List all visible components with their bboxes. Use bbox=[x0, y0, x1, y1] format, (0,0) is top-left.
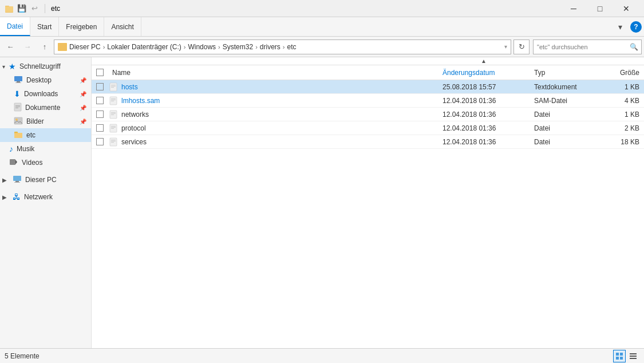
bilder-pin: 📌 bbox=[80, 119, 86, 125]
row-checkbox-services[interactable] bbox=[92, 138, 108, 145]
item-count: 5 Elemente bbox=[5, 352, 39, 360]
sidebar-item-videos[interactable]: Musik Videos bbox=[0, 156, 91, 169]
view-controls bbox=[613, 350, 639, 362]
sidebar-etc-label: etc bbox=[26, 131, 35, 139]
schnellzugriff-label: Schnellzugriff bbox=[19, 62, 61, 70]
sidebar-bilder-label: Bilder bbox=[26, 117, 44, 125]
close-button[interactable]: ✕ bbox=[613, 0, 639, 17]
sidebar-musik-label: Musik bbox=[17, 145, 34, 153]
svg-rect-33 bbox=[111, 126, 116, 127]
sidebar-item-dokumente[interactable]: Dokumente 📌 bbox=[0, 101, 91, 115]
search-input[interactable] bbox=[534, 40, 626, 54]
svg-rect-37 bbox=[111, 140, 116, 140]
tile-view-button[interactable] bbox=[613, 350, 626, 362]
col-name-header[interactable]: Name bbox=[108, 69, 438, 77]
sidebar-item-bilder[interactable]: Bilder 📌 bbox=[0, 115, 91, 128]
file-type-networks: Datei bbox=[530, 111, 598, 119]
tab-datei[interactable]: Datei bbox=[0, 17, 30, 36]
dokumente-pin: 📌 bbox=[80, 105, 86, 111]
tab-ansicht[interactable]: Ansicht bbox=[104, 17, 141, 36]
select-all-checkbox[interactable] bbox=[96, 69, 104, 76]
svg-point-11 bbox=[15, 119, 18, 121]
downloads-icon: ⬇ bbox=[14, 89, 21, 98]
bilder-icon bbox=[14, 117, 23, 127]
col-type-header[interactable]: Typ bbox=[530, 69, 598, 77]
file-type-hosts: Textdokument bbox=[530, 83, 598, 91]
svg-rect-7 bbox=[15, 105, 20, 106]
checkbox-services[interactable] bbox=[96, 138, 104, 145]
svg-rect-17 bbox=[13, 176, 21, 181]
file-row-hosts[interactable]: hosts 25.08.2018 15:57 Textdokument 1 KB bbox=[92, 80, 644, 94]
sidebar-item-dieser-pc[interactable]: ▶ Dieser PC bbox=[0, 173, 91, 187]
tab-freigeben[interactable]: Freigeben bbox=[59, 17, 104, 36]
list-view-button[interactable] bbox=[627, 350, 639, 362]
sidebar-section-schnellzugriff[interactable]: ▾ ★ Schnellzugriff bbox=[0, 60, 91, 73]
sidebar-item-netzwerk[interactable]: ▶ 🖧 Netzwerk bbox=[0, 190, 91, 204]
svg-rect-40 bbox=[616, 353, 619, 356]
videos-icon bbox=[9, 158, 18, 168]
status-bar: 5 Elemente bbox=[0, 348, 644, 363]
checkbox-lmhosts[interactable] bbox=[96, 97, 104, 104]
col-date-header[interactable]: Änderungsdatum bbox=[438, 69, 530, 77]
file-size-protocol: 2 KB bbox=[598, 124, 644, 132]
file-date-hosts: 25.08.2018 15:57 bbox=[438, 83, 530, 91]
file-size-lmhosts: 4 KB bbox=[598, 97, 644, 105]
checkbox-hosts[interactable] bbox=[96, 83, 104, 90]
path-dropdown-arrow: ▾ bbox=[504, 44, 507, 50]
file-size-networks: 1 KB bbox=[598, 111, 644, 119]
up-button[interactable]: ↑ bbox=[37, 39, 53, 55]
file-row-networks[interactable]: networks 12.04.2018 01:36 Datei 1 KB bbox=[92, 108, 644, 121]
path-part-windows: Windows bbox=[188, 43, 216, 51]
path-folder-icon bbox=[58, 43, 67, 51]
svg-rect-21 bbox=[111, 85, 116, 85]
col-size-header[interactable]: Größe bbox=[598, 69, 644, 77]
window-controls[interactable]: ─ □ ✕ bbox=[560, 0, 639, 17]
col-name-label: Name bbox=[112, 69, 131, 77]
search-box[interactable]: 🔍 bbox=[533, 40, 642, 54]
svg-rect-3 bbox=[14, 76, 22, 81]
svg-rect-43 bbox=[620, 357, 623, 360]
svg-rect-9 bbox=[15, 108, 18, 108]
svg-rect-44 bbox=[630, 353, 637, 354]
ribbon-chevron[interactable]: ▾ bbox=[612, 19, 628, 35]
file-row-protocol[interactable]: protocol 12.04.2018 01:36 Datei 2 KB bbox=[92, 121, 644, 135]
sidebar-downloads-label: Downloads bbox=[24, 90, 58, 98]
sidebar-dieser-pc-label: Dieser PC bbox=[25, 176, 57, 184]
tab-start[interactable]: Start bbox=[30, 17, 59, 36]
back-button[interactable]: ← bbox=[2, 39, 18, 55]
file-row-lmhosts[interactable]: lmhosts.sam 12.04.2018 01:36 SAM-Datei 4… bbox=[92, 94, 644, 108]
sidebar-item-etc[interactable]: etc bbox=[0, 128, 91, 142]
svg-rect-10 bbox=[14, 117, 22, 124]
sidebar-item-desktop[interactable]: Desktop 📌 bbox=[0, 73, 91, 87]
file-row-services[interactable]: services 12.04.2018 01:36 Datei 18 KB bbox=[92, 135, 644, 149]
address-path[interactable]: Dieser PC › Lokaler Datenträger (C:) › W… bbox=[54, 40, 511, 54]
row-checkbox-hosts[interactable] bbox=[92, 83, 108, 90]
svg-rect-26 bbox=[111, 100, 116, 100]
help-button[interactable]: ? bbox=[630, 21, 642, 33]
title-text: etc bbox=[51, 5, 60, 13]
header-checkbox[interactable] bbox=[92, 69, 108, 76]
checkbox-protocol[interactable] bbox=[96, 124, 104, 132]
undo-icon: ↩ bbox=[30, 4, 39, 13]
path-sep-3: › bbox=[218, 44, 220, 50]
maximize-button[interactable]: □ bbox=[587, 0, 613, 17]
refresh-button[interactable]: ↻ bbox=[513, 40, 530, 54]
path-part-dieser-pc: Dieser PC bbox=[69, 43, 101, 51]
forward-button[interactable]: → bbox=[19, 39, 35, 55]
path-part-drivers: drivers bbox=[260, 43, 280, 51]
sidebar-item-musik[interactable]: ♪ Musik bbox=[0, 142, 91, 156]
checkbox-networks[interactable] bbox=[96, 111, 104, 118]
search-icon[interactable]: 🔍 bbox=[626, 40, 641, 54]
sidebar-item-downloads[interactable]: ⬇ Downloads 📌 bbox=[0, 87, 91, 101]
row-checkbox-protocol[interactable] bbox=[92, 124, 108, 132]
file-icon-services bbox=[108, 137, 119, 147]
file-icon-lmhosts bbox=[108, 96, 119, 105]
minimize-button[interactable]: ─ bbox=[560, 0, 587, 17]
schnellzugriff-arrow: ▾ bbox=[2, 64, 5, 70]
path-sep-4: › bbox=[255, 44, 258, 50]
row-checkbox-networks[interactable] bbox=[92, 111, 108, 118]
musik-icon: ♪ bbox=[9, 144, 13, 153]
star-icon: ★ bbox=[9, 62, 16, 71]
row-checkbox-lmhosts[interactable] bbox=[92, 97, 108, 104]
svg-rect-23 bbox=[111, 87, 114, 88]
